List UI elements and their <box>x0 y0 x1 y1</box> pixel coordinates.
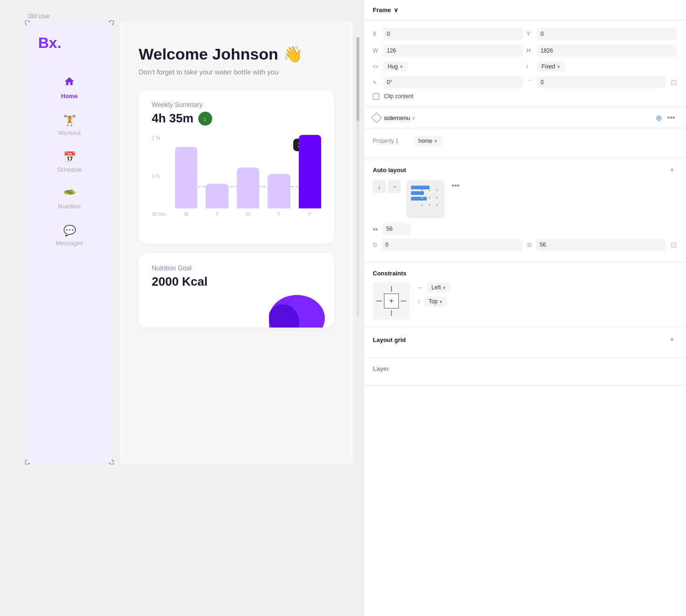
padding-left-icon: ⊡ <box>373 242 377 248</box>
bar-col-F: F <box>299 135 321 217</box>
chart-y-label-30mn: 30 mn <box>152 211 166 217</box>
home-icon <box>64 76 75 90</box>
clip-content-label: Clip content <box>384 93 413 100</box>
layer-section: Layer <box>363 358 686 386</box>
property-value-dropdown[interactable]: home ∨ <box>414 136 442 146</box>
auto-layout-section: Auto layout + ↓ → <box>363 158 686 262</box>
bar-col-W: W <box>237 135 259 217</box>
padding-right-field: ⊡ ⊡ <box>527 239 677 251</box>
gap-input[interactable] <box>383 223 410 235</box>
x-input[interactable] <box>383 28 523 40</box>
constraints-section: Constraints + ↔ Left ∨ <box>363 262 686 328</box>
fixed-label-icon: I <box>527 64 534 69</box>
download-btn[interactable]: ↓ <box>198 112 212 126</box>
constraint-right-line <box>401 301 406 301</box>
constraint-left-line <box>377 301 382 301</box>
horizontal-constraint-row: ↔ Left ∨ <box>417 282 677 293</box>
vertical-constraint-icon: ↕ <box>417 298 420 305</box>
main-content: Welcome Johnson 👋 Don't forget to take y… <box>120 21 353 463</box>
alignment-grid[interactable] <box>406 180 444 218</box>
sidebar: Bx. Home 🏋️ Workout 📅 Schedule <box>26 21 113 463</box>
constraint-dropdowns: ↔ Left ∨ ↕ Top ∨ <box>417 282 677 307</box>
direction-controls: ↓ → <box>373 180 401 193</box>
welcome-title: Welcome Johnson 👋 <box>139 45 334 63</box>
nutrition-card-title: Nutrition Goal <box>152 264 321 272</box>
fixed-chevron-icon: ∨ <box>557 64 560 69</box>
sidebar-item-workout[interactable]: 🏋️ Workout <box>34 109 105 142</box>
horizontal-constraint-dropdown[interactable]: Left ∨ <box>427 282 451 293</box>
padding-right-input[interactable] <box>536 239 666 251</box>
target-icon[interactable]: ⊕ <box>656 114 662 122</box>
sidebar-item-label-home: Home <box>61 93 78 100</box>
more-options-btn[interactable]: ••• <box>666 112 677 123</box>
sidebar-item-schedule[interactable]: 📅 Schedule <box>34 146 105 179</box>
frame-title: Frame ∨ <box>373 7 398 13</box>
welcome-emoji: 👋 <box>283 45 303 63</box>
vertical-constraint-dropdown[interactable]: Top ∨ <box>424 296 447 307</box>
constraint-cross-icon: + <box>389 297 393 305</box>
y-input[interactable] <box>537 28 677 40</box>
horizontal-chevron-icon: ∨ <box>443 285 446 290</box>
sidebar-nav: Home 🏋️ Workout 📅 Schedule 🥗 Nutrition 💬… <box>34 70 105 252</box>
clip-content-checkbox[interactable] <box>373 93 379 100</box>
chart-y-label-1hr: 1 hr <box>152 173 166 179</box>
messages-icon: 💬 <box>63 225 76 237</box>
scroll-track <box>356 37 359 316</box>
property-chevron-icon: ∨ <box>434 139 437 143</box>
bar-M <box>175 147 197 208</box>
auto-layout-add-btn[interactable]: + <box>667 165 677 174</box>
auto-layout-more-btn[interactable]: ••• <box>450 180 461 191</box>
bar-col-T2: T <box>268 135 290 217</box>
horizontal-constraint-icon: ↔ <box>417 284 423 291</box>
layout-grid-add-btn[interactable]: + <box>667 335 677 344</box>
frame-coords-section: X Y W H <> Hug ∨ <box>363 20 686 107</box>
constraints-title: Constraints <box>373 270 406 277</box>
bar-T2 <box>268 174 290 208</box>
expand-corners-icon[interactable]: ⊡ <box>671 78 677 87</box>
old-user-label: Old User <box>28 13 50 20</box>
padding-row: ⊡ ⊡ ⊡ <box>373 239 677 251</box>
summary-card: Weekly Summary 4h 35m ↓ 1hr 43 2 hr 1 hr <box>139 90 334 244</box>
layout-grid-section: Layout grid + <box>363 328 686 358</box>
w-input[interactable] <box>383 45 523 57</box>
workout-icon: 🏋️ <box>63 114 76 127</box>
sidebar-logo: Bx. <box>34 34 61 52</box>
h-field: H <box>527 45 677 57</box>
constraint-inner-box: + <box>384 294 399 308</box>
direction-right-btn[interactable]: → <box>388 180 401 193</box>
bar-F <box>299 135 321 208</box>
component-row: sidemenu ∨ ⊕ ••• <box>363 107 686 128</box>
direction-down-btn[interactable]: ↓ <box>373 180 386 193</box>
nutrition-card: Nutrition Goal 2000 Kcal <box>139 253 334 328</box>
property-section: Property 1 home ∨ <box>363 128 686 158</box>
corner-radius-input[interactable] <box>537 76 666 88</box>
sidebar-item-nutrition[interactable]: 🥗 Nutrition <box>34 182 105 215</box>
property-row: Property 1 home ∨ <box>373 136 677 146</box>
vertical-constraint-row: ↕ Top ∨ <box>417 296 677 307</box>
h-input[interactable] <box>537 45 677 57</box>
align-bar-1 <box>411 186 430 189</box>
rotation-field: ↖ <box>373 76 523 88</box>
hug-dropdown[interactable]: Hug ∨ <box>383 61 408 72</box>
bar-col-T1: T <box>206 135 228 217</box>
chart-area: 1hr 43 2 hr 1 hr 30 mn M <box>152 135 321 228</box>
w-field: W <box>373 45 523 57</box>
vertical-chevron-icon: ∨ <box>439 299 443 304</box>
scroll-thumb[interactable] <box>356 37 359 121</box>
component-chevron-icon[interactable]: ∨ <box>412 115 415 121</box>
gap-horizontal-icon: ⇔ <box>373 226 378 233</box>
fixed-dropdown[interactable]: Fixed ∨ <box>537 61 565 72</box>
x-label: X <box>373 31 380 37</box>
constraints-header: Constraints <box>373 270 677 277</box>
padding-expand-icon[interactable]: ⊡ <box>671 241 677 249</box>
sidebar-item-messages[interactable]: 💬 Messages <box>34 219 105 252</box>
rotation-input[interactable] <box>383 76 523 88</box>
sidebar-item-home[interactable]: Home <box>34 70 105 105</box>
frame-chevron-icon[interactable]: ∨ <box>394 7 398 13</box>
padding-left-input[interactable] <box>382 239 523 251</box>
layer-header: Layer <box>373 365 677 372</box>
gap-row: ⇔ <box>373 223 677 235</box>
chart-y-labels: 2 hr 1 hr 30 mn <box>152 135 166 228</box>
y-field: Y <box>527 28 677 40</box>
rotation-icon: ↖ <box>373 80 380 86</box>
